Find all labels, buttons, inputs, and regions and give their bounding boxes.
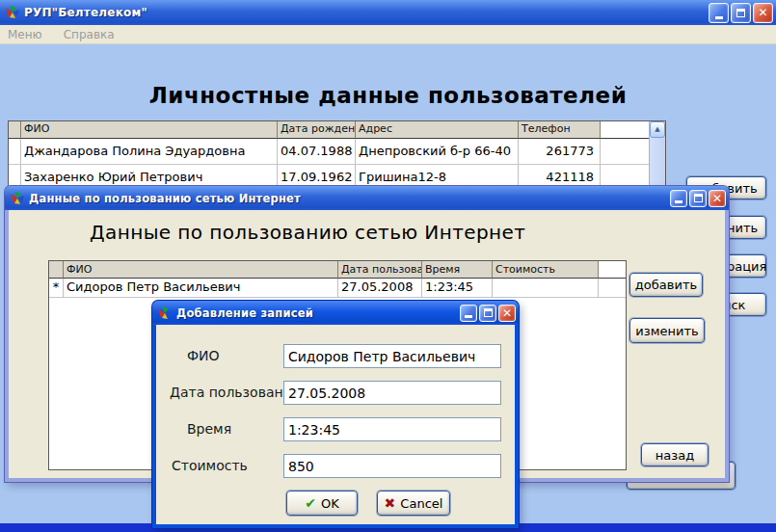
back-button[interactable]: назад <box>641 443 709 466</box>
main-window-titlebar[interactable]: РУП"Белтелеком" ✕ <box>0 0 776 25</box>
usage-date-label: Дата пользования <box>170 381 300 405</box>
internet-window-title: Данные по пользованию сетью Интернет <box>29 192 666 205</box>
header-cost: Стоимость <box>493 261 599 279</box>
main-window-title: РУП"Белтелеком" <box>24 6 705 19</box>
header-indicator <box>49 261 64 279</box>
screen: РУП"Белтелеком" ✕ Меню Справка Личностны… <box>0 0 776 532</box>
header-fio: ФИО <box>21 121 278 139</box>
check-icon: ✔ <box>305 495 316 511</box>
cell-fio: Джандарова Полина Эдуардовна <box>21 139 278 164</box>
time-label: Время <box>187 417 231 441</box>
cell-phone: 261773 <box>519 139 601 164</box>
header-indicator <box>9 121 21 139</box>
dialog-title: Добавление записей <box>176 306 456 320</box>
header-usage-date: Дата пользования <box>338 261 422 279</box>
cancel-button-label: Cancel <box>400 496 442 511</box>
cell-fio: Сидоров Петр Васильевич <box>64 279 338 297</box>
add-record-dialog: Добавление записей ✕ ФИО Дата пользовани… <box>152 301 519 528</box>
internet-heading: Данные по пользованию сетью Интернет <box>90 221 525 244</box>
internet-table-header: ФИО Дата пользования Время Стоимость <box>49 261 626 279</box>
table-row[interactable]: Джандарова Полина Эдуардовна 04.07.1988 … <box>9 139 665 165</box>
maximize-icon[interactable] <box>731 3 751 23</box>
cost-input[interactable] <box>283 454 501 478</box>
edit-button[interactable]: изменить <box>629 318 705 343</box>
ok-button[interactable]: ✔ OK <box>286 491 358 516</box>
users-table: ФИО Дата рождения Адрес Телефон Джандаро… <box>8 120 666 190</box>
app-icon <box>10 191 25 206</box>
table-row[interactable]: * Сидоров Петр Васильевич 27.05.2008 1:2… <box>49 279 626 298</box>
cell-address: Днепровский б-р 66-40 <box>356 139 519 164</box>
maximize-icon[interactable] <box>479 305 496 322</box>
cost-label: Стоимость <box>172 454 248 478</box>
header-time: Время <box>422 261 493 279</box>
header-birthdate: Дата рождения <box>278 121 356 139</box>
menubar: Меню Справка <box>0 25 776 44</box>
header-address: Адрес <box>356 121 519 139</box>
users-table-header: ФИО Дата рождения Адрес Телефон <box>9 121 665 139</box>
cell-usage-date: 27.05.2008 <box>338 279 422 297</box>
users-heading: Личностные данные пользователей <box>0 83 776 108</box>
app-icon <box>5 5 20 20</box>
fio-label: ФИО <box>187 344 220 368</box>
close-icon[interactable]: ✕ <box>753 3 773 23</box>
menu-item-menu[interactable]: Меню <box>8 28 42 41</box>
header-phone: Телефон <box>519 121 601 139</box>
close-icon[interactable]: ✕ <box>498 305 516 322</box>
app-icon <box>157 306 173 321</box>
usage-date-input[interactable] <box>283 381 501 405</box>
time-input[interactable] <box>283 417 501 441</box>
cell-time: 1:23:45 <box>422 279 493 297</box>
cell-birthdate: 04.07.1988 <box>278 139 356 164</box>
cell-cost <box>493 279 599 297</box>
x-icon: ✖ <box>385 495 396 511</box>
minimize-icon[interactable] <box>709 3 729 23</box>
row-indicator: * <box>49 279 64 297</box>
internet-window-titlebar[interactable]: Данные по пользованию сетью Интернет ✕ <box>5 186 729 210</box>
close-icon[interactable]: ✕ <box>709 190 726 207</box>
ok-button-label: OK <box>321 496 339 511</box>
header-fio: ФИО <box>64 261 338 279</box>
maximize-icon[interactable] <box>689 190 707 207</box>
scroll-up-icon[interactable]: ▲ <box>650 121 665 138</box>
dialog-titlebar[interactable]: Добавление записей ✕ <box>152 301 519 325</box>
minimize-icon[interactable] <box>670 190 687 207</box>
users-table-scrollbar[interactable]: ▲ <box>649 121 665 189</box>
add-button[interactable]: добавить <box>629 273 703 297</box>
menu-item-help[interactable]: Справка <box>64 28 115 41</box>
cancel-button[interactable]: ✖ Cancel <box>377 491 450 516</box>
minimize-icon[interactable] <box>460 305 477 322</box>
fio-input[interactable] <box>283 344 501 368</box>
